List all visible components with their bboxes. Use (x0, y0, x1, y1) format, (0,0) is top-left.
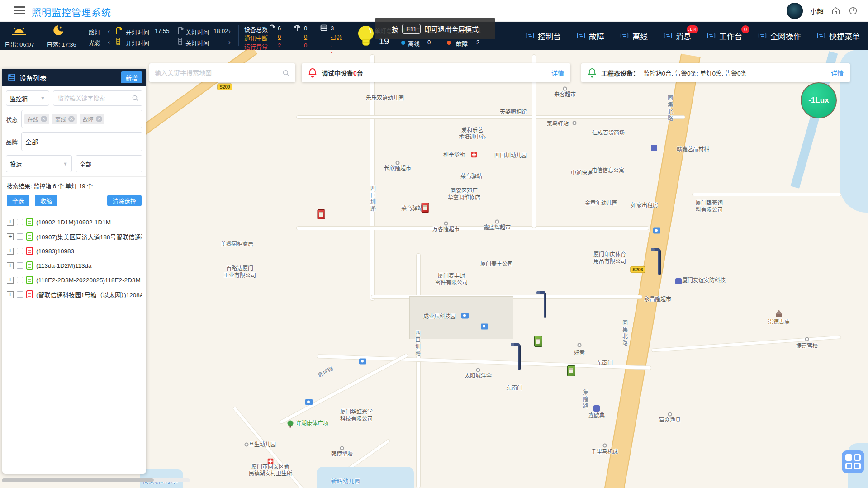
map-marker[interactable] (573, 121, 577, 125)
collapse-button[interactable]: 收缩 (35, 195, 57, 206)
map-marker[interactable] (518, 345, 521, 370)
map-marker[interactable] (422, 203, 429, 213)
lamp-fault-value[interactable]: 2 (476, 39, 479, 46)
clear-selection-button[interactable]: 清除选择 (107, 195, 142, 206)
engineering-detail-link[interactable]: 详情 (831, 68, 844, 77)
stat-value[interactable]: 0 (278, 33, 281, 40)
map-marker[interactable] (340, 446, 344, 450)
expand-icon[interactable] (7, 219, 14, 226)
map-marker[interactable] (495, 220, 499, 224)
stat-value[interactable]: 0 (304, 42, 307, 49)
expand-icon[interactable] (7, 277, 14, 284)
map-search-icon[interactable] (282, 69, 290, 77)
remove-tag-icon[interactable]: ✕ (41, 116, 47, 122)
expand-icon[interactable] (7, 262, 14, 269)
map-marker[interactable] (245, 443, 249, 447)
device-tree-row[interactable]: (10983)10983 (7, 244, 142, 258)
map-marker[interactable] (544, 293, 546, 318)
expand-icon[interactable] (7, 248, 14, 255)
scrollbar-thumb[interactable] (2, 478, 154, 482)
stat-value[interactable]: 2 (278, 42, 281, 49)
user-avatar[interactable] (787, 3, 803, 19)
operation-scope-select[interactable]: 全部 (76, 155, 142, 172)
device-checkbox[interactable] (17, 219, 23, 225)
map-marker[interactable] (653, 228, 660, 234)
map-marker[interactable] (567, 365, 575, 376)
expand-icon[interactable] (7, 233, 14, 240)
map-layers-button[interactable] (842, 450, 864, 473)
device-tree-row[interactable]: (10902-1D1M)10902-1D1M (7, 215, 142, 229)
map-marker[interactable] (268, 459, 274, 464)
device-checkbox[interactable] (17, 233, 23, 240)
map-marker[interactable] (578, 343, 582, 347)
device-checkbox[interactable] (17, 291, 23, 298)
select-all-button[interactable]: 全选 (7, 195, 29, 206)
operation-select[interactable]: 投运▼ (6, 155, 72, 172)
map-marker[interactable] (805, 337, 809, 341)
map-marker[interactable] (461, 313, 469, 319)
map-marker[interactable] (481, 324, 488, 330)
device-checkbox[interactable] (17, 277, 23, 283)
menu-toggle-icon[interactable] (14, 6, 25, 15)
add-device-button[interactable]: 新增 (121, 71, 142, 83)
device-tree-row[interactable]: (118E2-2D3M-20220825)118E2-2D3M (7, 273, 142, 287)
remove-tag-icon[interactable]: ✕ (68, 116, 75, 122)
status-tag[interactable]: 离线 ✕ (52, 114, 77, 124)
stat-value[interactable]: -- (331, 42, 332, 56)
map-marker[interactable] (359, 359, 366, 365)
map-marker[interactable] (675, 278, 682, 284)
stat-value[interactable]: 0 (304, 33, 307, 40)
map-marker[interactable] (658, 250, 661, 275)
stat-value[interactable]: 0 (304, 25, 307, 32)
status-tag[interactable]: 故障 ✕ (80, 114, 104, 124)
stat-value[interactable]: - (0) (331, 33, 342, 40)
next-icon[interactable]: › (228, 27, 231, 35)
stat-value[interactable]: 6 (278, 25, 281, 32)
map-marker[interactable] (775, 310, 783, 314)
stat-value[interactable]: 3 (331, 25, 334, 32)
device-checkbox[interactable] (17, 248, 23, 254)
device-tree-row[interactable]: (113da-1D2M)113da (7, 258, 142, 273)
device-tree-row[interactable]: (智联信通科技园1号箱（以太网）)1208A8 (7, 287, 142, 302)
device-checkbox[interactable] (17, 262, 23, 269)
map-marker[interactable] (651, 145, 657, 151)
map-marker[interactable] (288, 421, 294, 426)
user-name[interactable]: 小超 (810, 6, 824, 16)
horizontal-scrollbar[interactable] (2, 478, 190, 482)
map-marker[interactable] (318, 209, 325, 219)
brand-select[interactable]: 全部 (21, 132, 142, 151)
map-marker[interactable] (534, 336, 542, 347)
status-tag[interactable]: 在线 ✕ (24, 114, 49, 124)
nav-item[interactable]: 全网操作 (758, 30, 801, 42)
map-marker[interactable] (471, 152, 477, 158)
nav-item[interactable]: 工作台 0 (707, 30, 742, 42)
device-type-select[interactable]: 监控箱▼ (6, 90, 49, 106)
device-search-input[interactable] (53, 90, 142, 106)
next-icon[interactable]: › (228, 38, 231, 46)
expand-icon[interactable] (7, 291, 14, 298)
nav-item[interactable]: 故障 (576, 30, 604, 42)
map-marker[interactable] (396, 161, 400, 165)
debug-detail-link[interactable]: 详情 (551, 68, 564, 77)
nav-item[interactable]: 离线 (620, 30, 648, 42)
map-marker[interactable] (668, 412, 672, 417)
home-icon[interactable] (831, 6, 841, 16)
map-marker[interactable] (444, 222, 448, 226)
map-marker[interactable] (603, 444, 607, 448)
map-marker[interactable] (305, 399, 313, 405)
lux-sensor-badge[interactable]: -1Lux (801, 82, 837, 118)
map-search-input[interactable] (155, 69, 282, 76)
prev-icon[interactable]: ‹ (108, 38, 110, 46)
nav-item[interactable]: 快捷菜单 (816, 30, 860, 42)
remove-tag-icon[interactable]: ✕ (96, 116, 102, 122)
map-marker[interactable] (476, 368, 480, 372)
prev-icon[interactable]: ‹ (108, 27, 110, 35)
map-marker[interactable] (563, 87, 567, 91)
map-marker[interactable] (593, 405, 600, 412)
lamp-offline-value[interactable]: 0 (427, 39, 431, 46)
device-tree-row[interactable]: (10907)集美区同济大道188号智联信通科技 (7, 229, 142, 244)
search-icon[interactable] (132, 95, 139, 102)
nav-item[interactable]: 控制台 (525, 30, 561, 42)
power-icon[interactable] (848, 6, 858, 16)
nav-item[interactable]: 消息 334 (663, 30, 691, 42)
